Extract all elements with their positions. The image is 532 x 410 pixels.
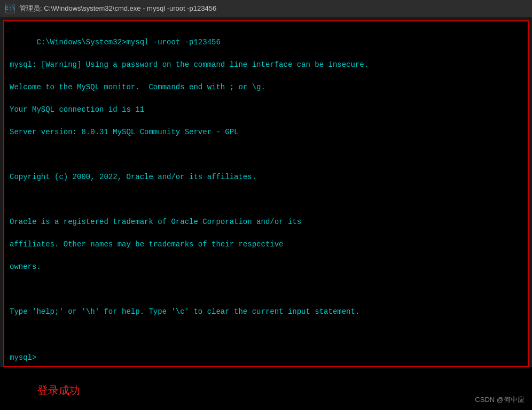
terminal-container[interactable]: C:\Windows\System32>mysql -uroot -p12345… [3,20,529,367]
connection-id-line: Your MySQL connection id is 11 [10,105,144,114]
help-line: Type 'help;' or '\h' for help. Type '\c'… [10,307,359,316]
login-success-text: 登录成功 [37,383,527,398]
oracle-line2: affiliates. Other names may be trademark… [10,240,283,249]
title-bar: C:\ 管理员: C:\Windows\system32\cmd.exe - m… [0,0,532,17]
welcome-line: Welcome to the MySQL monitor. Commands e… [10,83,265,91]
black-area: 登录成功 CSDN @何中应 [0,367,532,410]
main-area: C:\Windows\System32>mysql -uroot -p12345… [0,17,532,410]
title-bar-text: 管理员: C:\Windows\system32\cmd.exe - mysql… [19,4,216,13]
oracle-line3: owners. [10,262,41,271]
server-version-line: Server version: 8.0.31 MySQL Community S… [10,128,238,136]
copyright-line: Copyright (c) 2000, 2022, Oracle and/or … [10,173,256,181]
oracle-line1: Oracle is a registered trademark of Orac… [10,218,301,226]
cmd-icon: C:\ [5,4,15,13]
terminal-output: C:\Windows\System32>mysql -uroot -p12345… [10,26,522,351]
prompt-text: mysql> [10,353,36,362]
cmd-line: C:\Windows\System32>mysql -uroot -p12345… [36,38,220,47]
warning-line: mysql: [Warning] Using a password on the… [10,60,369,69]
watermark: CSDN @何中应 [475,395,525,405]
terminal-prompt[interactable]: mysql> [10,353,522,362]
